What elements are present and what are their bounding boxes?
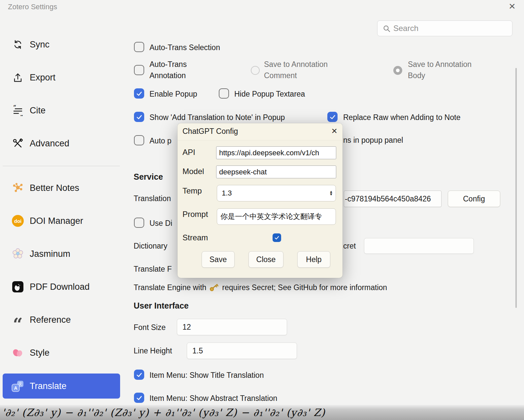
doi-badge-icon: doi	[12, 215, 24, 227]
user-interface-heading: User Interface	[134, 301, 189, 311]
sidebar-item-export[interactable]: Export	[3, 69, 120, 86]
sidebar-item-doi-manager[interactable]: doi DOI Manager	[3, 213, 120, 229]
help-button[interactable]: Help	[297, 251, 330, 268]
sidebar-divider	[3, 166, 120, 166]
font-size-input[interactable]	[177, 319, 287, 335]
stream-checkbox[interactable]	[273, 233, 281, 242]
better-notes-molecule-icon	[11, 181, 25, 195]
sidebar-item-translate[interactable]: 文 A Translate	[3, 374, 120, 399]
close-button[interactable]: Close	[248, 251, 283, 268]
sidebar-item-label: Sync	[30, 40, 49, 50]
model-input[interactable]	[216, 165, 336, 178]
item-menu-title-label: Item Menu: Show Title Translation	[149, 370, 264, 381]
dictionary-secret-input[interactable]	[364, 238, 474, 254]
checkmark-icon	[274, 235, 280, 241]
auto-trans-annotation-label: Auto-Trans Annotation	[149, 59, 187, 81]
dialog-header: ChatGPT Config ×	[178, 123, 343, 140]
chatgpt-config-dialog: ChatGPT Config × API Model Temp ▲▼ Promp…	[178, 123, 343, 278]
auto-popup-checkbox[interactable]	[134, 135, 144, 145]
checkmark-icon	[136, 113, 143, 121]
engine-note: Translate Engine with requires Secret; S…	[134, 283, 387, 292]
advanced-tools-icon	[11, 137, 25, 150]
dictionary-label: Dictionary	[134, 242, 167, 251]
sidebar-item-label: Export	[30, 73, 55, 83]
translation-secret-input[interactable]	[344, 191, 442, 207]
use-dictionary-label-fragment: Use Di	[149, 218, 172, 229]
save-to-annotation-comment-label: Save to Annotation Comment	[264, 59, 328, 81]
save-to-annotation-comment-radio[interactable]	[251, 66, 260, 75]
style-petals-icon	[11, 346, 25, 359]
save-to-annotation-body-radio[interactable]	[393, 66, 402, 75]
sidebar-item-label: PDF Download	[30, 282, 90, 292]
checkmark-icon	[329, 113, 336, 121]
temp-label: Temp	[182, 186, 202, 195]
translate-forms-label-fragment: Translate F	[134, 265, 172, 274]
sidebar-item-pdf-download[interactable]: PDF Download	[3, 279, 120, 295]
window-close-icon[interactable]: ×	[504, 0, 520, 13]
sidebar-item-label: Cite	[30, 105, 46, 116]
api-label: API	[182, 148, 195, 157]
auto-trans-selection-label: Auto-Trans Selection	[149, 42, 220, 53]
sidebar-item-reference[interactable]: “ Reference	[3, 312, 120, 328]
sidebar-item-style[interactable]: Style	[3, 345, 120, 361]
dialog-close-icon[interactable]: ×	[331, 125, 337, 136]
show-add-translation-label: Show 'Add Translation to Note' in Popup	[149, 112, 285, 123]
use-dictionary-checkbox[interactable]	[134, 218, 144, 228]
sidebar-item-better-notes[interactable]: Better Notes	[3, 180, 120, 196]
item-menu-title-checkbox[interactable]	[134, 370, 144, 380]
save-to-annotation-body-label: Save to Annotation Body	[408, 59, 472, 81]
jasminum-flower-icon	[11, 247, 25, 260]
replace-raw-checkbox[interactable]	[327, 112, 338, 122]
line-height-input[interactable]	[187, 343, 297, 359]
show-add-translation-checkbox[interactable]	[134, 112, 144, 122]
font-size-label: Font Size	[134, 323, 166, 332]
sidebar-item-advanced[interactable]: Advanced	[3, 135, 120, 152]
sidebar-item-jasminum[interactable]: Jasminum	[3, 246, 120, 262]
prompt-label: Prompt	[182, 210, 208, 219]
enable-popup-checkbox[interactable]	[134, 88, 144, 99]
line-height-label: Line Height	[134, 346, 172, 355]
search-box	[377, 20, 512, 36]
checkmark-icon	[136, 371, 143, 378]
auto-trans-annotation-checkbox[interactable]	[134, 65, 144, 75]
cite-icon: “ „	[11, 104, 25, 117]
dialog-title: ChatGPT Config	[182, 127, 238, 136]
temp-input[interactable]	[217, 185, 336, 201]
translate-icon-front-square: A	[12, 384, 19, 391]
save-button[interactable]: Save	[202, 251, 235, 268]
item-menu-abstract-checkbox[interactable]	[134, 393, 144, 403]
sidebar-item-label: Style	[30, 348, 49, 358]
sidebar-item-cite[interactable]: “ „ Cite	[3, 102, 120, 119]
sync-icon	[11, 38, 25, 51]
config-button[interactable]: Config	[448, 191, 500, 207]
svg-text:„: „	[20, 111, 23, 116]
auto-trans-selection-checkbox[interactable]	[134, 42, 144, 52]
sidebar-item-sync[interactable]: Sync	[3, 36, 120, 53]
engine-note-post: requires Secret; See GitHub for more inf…	[222, 283, 387, 292]
translate-icon: 文 A	[11, 379, 25, 393]
sidebar-item-label: Translate	[30, 381, 67, 391]
stream-label: Stream	[182, 233, 208, 242]
hide-popup-textarea-checkbox[interactable]	[219, 88, 229, 99]
svg-text:“: “	[13, 105, 16, 110]
secret-label-fragment: cret	[343, 242, 356, 251]
service-heading: Service	[134, 172, 163, 182]
item-menu-abstract-label: Item Menu: Show Abstract Translation	[149, 393, 277, 404]
translation-label-fragment: Translation	[134, 194, 171, 203]
search-input[interactable]	[377, 21, 512, 36]
enable-popup-label: Enable Popup	[149, 88, 197, 100]
sidebar-item-label: Better Notes	[30, 183, 79, 193]
hide-popup-textarea-label: Hide Popup Textarea	[234, 88, 305, 100]
sidebar-item-label: DOI Manager	[30, 216, 83, 226]
sidebar-item-label: Advanced	[30, 138, 69, 149]
zotero-settings-window: Zotero Settings × Sync Export “	[0, 0, 524, 420]
auto-popup-label-fragment: Auto p	[149, 135, 172, 146]
key-icon	[209, 283, 219, 292]
temp-spinner[interactable]: ▲▼	[329, 190, 333, 195]
model-label: Model	[182, 167, 204, 176]
window-title: Zotero Settings	[8, 3, 57, 11]
api-input[interactable]	[216, 146, 336, 159]
prompt-input[interactable]	[217, 208, 336, 225]
content-scrollbar[interactable]	[515, 68, 517, 308]
reference-quote-icon: “	[13, 321, 23, 328]
